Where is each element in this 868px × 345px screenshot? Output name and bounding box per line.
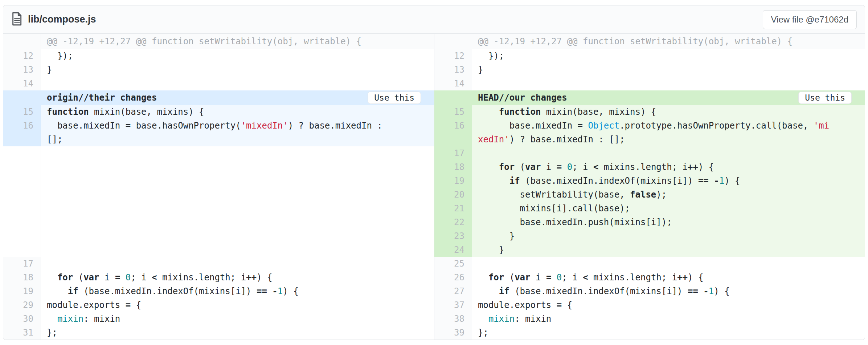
- keyword-token: <: [583, 272, 588, 283]
- constant-token: 1: [719, 176, 724, 186]
- code-line: 23 }: [434, 229, 865, 243]
- code-text: if (base.mixedIn.indexOf(mixins[i]) == -…: [472, 174, 865, 188]
- hunk-header-text: @@ -12,19 +12,27 @@ function setWritabil…: [41, 34, 434, 49]
- code-text: [41, 257, 434, 271]
- code-line: 27 if (base.mixedIn.indexOf(mixins[i]) =…: [434, 284, 865, 298]
- code-text: }: [472, 63, 865, 77]
- code-token: (base.mixedIn.indexOf(mixins[i]): [509, 286, 688, 296]
- line-number: 30: [3, 312, 41, 326]
- code-token: mixins.length; i: [588, 272, 677, 283]
- code-line: 19 if (base.mixedIn.indexOf(mixins[i]) =…: [434, 174, 865, 188]
- code-line: 16 base.mixedIn = base.hasOwnProperty('m…: [3, 119, 434, 146]
- code-text: }: [472, 229, 865, 243]
- use-this-button-green[interactable]: Use this: [798, 92, 852, 104]
- keyword-token: for: [57, 272, 73, 283]
- code-line: 15function mixin(base, mixins) {: [3, 105, 434, 119]
- line-number: 27: [434, 284, 472, 298]
- code-text: }: [472, 243, 865, 257]
- code-line: 37module.exports = {: [434, 298, 865, 312]
- code-line: 30 mixin: mixin: [3, 312, 434, 326]
- view-file-button[interactable]: View file @e71062d: [763, 10, 857, 29]
- line-number: 39: [434, 326, 472, 340]
- code-line: 39};: [434, 326, 865, 340]
- code-line: 24 }: [434, 243, 865, 257]
- hunk-header-text: @@ -12,19 +12,27 @@ function setWritabil…: [472, 34, 865, 49]
- code-token: (: [515, 162, 525, 172]
- code-token: i: [541, 162, 556, 172]
- keyword-token: ++: [677, 272, 688, 283]
- code-token: base.mixedIn: [478, 121, 578, 131]
- keyword-token: for: [488, 272, 504, 283]
- code-token: : mixin: [515, 314, 551, 324]
- code-line: 14: [434, 77, 865, 90]
- code-token: };: [47, 328, 57, 338]
- keyword-token: =: [578, 121, 583, 131]
- line-number: 22: [434, 215, 472, 229]
- keyword-token: =: [126, 121, 131, 131]
- constant-token: 0: [557, 272, 562, 283]
- code-line: 26 for (var i = 0; i < mixins.length; i+…: [434, 271, 865, 284]
- code-token: [47, 286, 68, 296]
- use-this-button-blue[interactable]: Use this: [368, 92, 421, 104]
- code-token: setWritability(base,: [478, 190, 630, 200]
- conflict-header-green: HEAD//our changesUse this: [434, 90, 865, 105]
- code-token: (base.mixedIn.indexOf(mixins[i]): [520, 176, 698, 186]
- code-token: mixin(base, mixins) {: [89, 107, 204, 117]
- line-number: 13: [434, 63, 472, 77]
- line-number: [434, 34, 472, 49]
- constant-token: 0: [126, 272, 131, 283]
- line-number: 14: [434, 77, 472, 90]
- keyword-token: =: [557, 162, 562, 172]
- code-line: 21 mixins[i].call(base);: [434, 202, 865, 215]
- line-number: 18: [434, 160, 472, 174]
- code-line: 19 if (base.mixedIn.indexOf(mixins[i]) =…: [3, 284, 434, 298]
- line-number: [3, 34, 41, 49]
- object-token: Object: [588, 121, 619, 131]
- code-line: 38 mixin: mixin: [434, 312, 865, 326]
- line-number: 16: [3, 119, 41, 146]
- keyword-token: ++: [688, 162, 698, 172]
- code-token: ) {: [688, 272, 703, 283]
- code-line: 12 });: [3, 49, 434, 63]
- line-number: 24: [434, 243, 472, 257]
- code-token: [120, 272, 125, 283]
- code-token: mixins.length; i: [598, 162, 688, 172]
- line-number: 13: [3, 63, 41, 77]
- keyword-token: var: [515, 272, 530, 283]
- code-token: {: [131, 300, 141, 310]
- code-token: [478, 272, 488, 283]
- keyword-token: for: [499, 162, 515, 172]
- keyword-token: -: [272, 286, 277, 296]
- keyword-token: function: [499, 107, 541, 117]
- keyword-token: if: [509, 176, 520, 186]
- code-text: module.exports = {: [472, 298, 865, 312]
- code-token: ) {: [283, 286, 298, 296]
- keyword-token: =: [546, 272, 551, 283]
- code-text: setWritability(base, false);: [472, 188, 865, 202]
- code-line: 31};: [3, 326, 434, 340]
- line-number: 15: [3, 105, 41, 119]
- code-token: mixins.length; i: [157, 272, 246, 283]
- constant-token: 1: [278, 286, 283, 296]
- split-diff: @@ -12,19 +12,27 @@ function setWritabil…: [3, 34, 865, 340]
- code-line: 25: [434, 257, 865, 271]
- code-token: i: [99, 272, 115, 283]
- code-token: ) {: [714, 286, 729, 296]
- code-token: [583, 121, 588, 131]
- code-line: 14: [3, 77, 434, 90]
- code-text: [472, 77, 865, 90]
- code-text: base.mixedIn.push(mixins[i]);: [472, 215, 865, 229]
- constant-token: 1: [709, 286, 714, 296]
- code-token: [478, 162, 499, 172]
- code-line: 16 base.mixedIn = Object.prototype.hasOw…: [434, 119, 865, 146]
- keyword-token: ==: [257, 286, 267, 296]
- keyword-token: =: [126, 300, 131, 310]
- code-token: {: [562, 300, 572, 310]
- code-token: }: [478, 245, 504, 255]
- code-text: [472, 257, 865, 271]
- keyword-token: <: [152, 272, 157, 283]
- code-token: base.hasOwnProperty(: [131, 121, 241, 131]
- keyword-token: if: [68, 286, 78, 296]
- line-number: 17: [3, 257, 41, 271]
- constant-token: mixin: [488, 314, 515, 324]
